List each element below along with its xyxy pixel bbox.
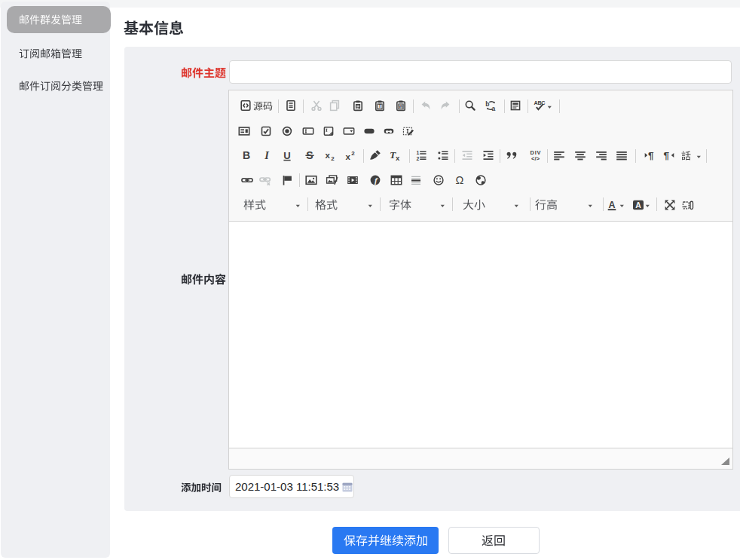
svg-text:b: b bbox=[485, 100, 489, 108]
svg-text:x: x bbox=[396, 154, 400, 161]
svg-text:I: I bbox=[264, 149, 270, 161]
svg-text:B: B bbox=[243, 149, 250, 161]
svg-text:a: a bbox=[492, 105, 496, 112]
svg-text:</>: </> bbox=[531, 155, 540, 161]
svg-text:2: 2 bbox=[416, 156, 419, 161]
svg-text:A: A bbox=[635, 200, 641, 210]
svg-text:A: A bbox=[608, 200, 615, 210]
svg-text:2: 2 bbox=[331, 155, 335, 161]
svg-text:Ω: Ω bbox=[456, 174, 464, 186]
svg-text:x: x bbox=[326, 151, 331, 160]
svg-text:¶: ¶ bbox=[648, 150, 654, 161]
svg-text:W: W bbox=[399, 104, 403, 109]
svg-text:ABC: ABC bbox=[534, 99, 546, 106]
svg-text:¶: ¶ bbox=[664, 150, 670, 161]
svg-text:2: 2 bbox=[351, 150, 355, 157]
svg-text:U: U bbox=[283, 150, 290, 161]
svg-text:x: x bbox=[346, 152, 351, 161]
svg-text:1: 1 bbox=[416, 150, 419, 155]
